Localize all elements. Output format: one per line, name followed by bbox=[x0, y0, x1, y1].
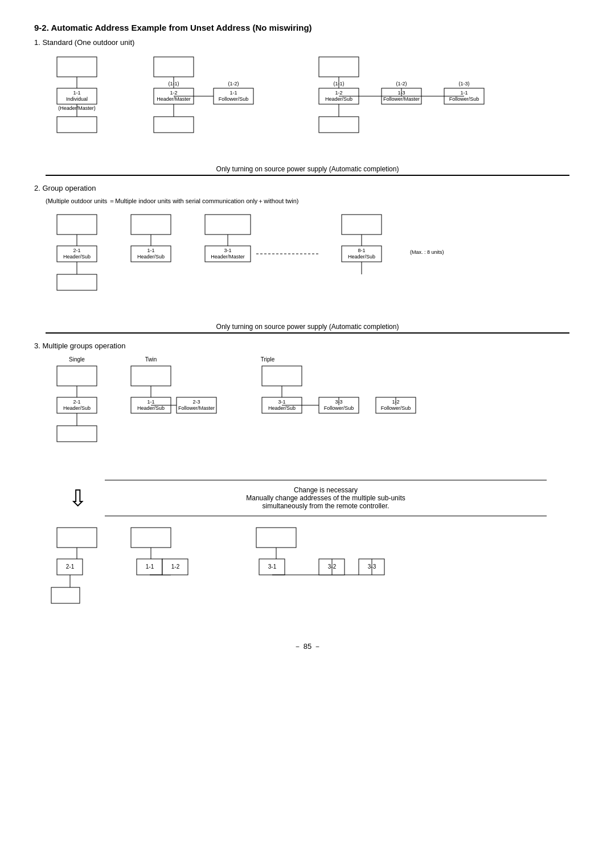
svg-text:1-2: 1-2 bbox=[335, 90, 342, 96]
svg-text:(1-2): (1-2) bbox=[228, 81, 239, 87]
svg-text:1-1: 1-1 bbox=[146, 563, 154, 570]
svg-text:8-1: 8-1 bbox=[358, 248, 365, 253]
page-number: － 85 － bbox=[34, 641, 581, 652]
svg-rect-20 bbox=[154, 117, 194, 133]
svg-text:Follower/Sub: Follower/Sub bbox=[219, 96, 249, 102]
svg-rect-38 bbox=[319, 117, 359, 133]
svg-rect-0 bbox=[57, 57, 97, 77]
svg-text:1-1: 1-1 bbox=[147, 399, 154, 405]
change-text3: simultaneously from the remote controlle… bbox=[116, 502, 535, 510]
svg-rect-73 bbox=[57, 426, 97, 442]
svg-rect-8 bbox=[154, 57, 194, 77]
svg-text:Twin: Twin bbox=[145, 356, 157, 363]
svg-text:(1-2): (1-2) bbox=[396, 81, 407, 87]
svg-rect-45 bbox=[57, 274, 97, 290]
svg-text:Header/Sub: Header/Sub bbox=[63, 405, 91, 411]
svg-rect-97 bbox=[57, 528, 97, 548]
svg-text:2-1: 2-1 bbox=[66, 563, 75, 570]
svg-rect-21 bbox=[319, 57, 359, 77]
section2-title: 2. Group operation bbox=[34, 184, 581, 192]
completion-text-2: Only turning on source power supply (Aut… bbox=[46, 323, 569, 334]
svg-text:Header/Sub: Header/Sub bbox=[348, 254, 375, 260]
svg-text:3-1: 3-1 bbox=[224, 248, 231, 253]
svg-text:(1-1): (1-1) bbox=[333, 81, 344, 87]
page-title: 9-2. Automatic Address Example from Unse… bbox=[34, 23, 581, 32]
svg-text:(1-3): (1-3) bbox=[458, 81, 469, 87]
svg-rect-46 bbox=[131, 215, 171, 235]
svg-rect-57 bbox=[342, 215, 382, 235]
svg-text:Header/Master: Header/Master bbox=[157, 96, 191, 102]
svg-rect-102 bbox=[51, 587, 80, 603]
svg-text:Follower/Master: Follower/Master bbox=[178, 405, 215, 411]
svg-rect-51 bbox=[205, 215, 251, 235]
svg-rect-39 bbox=[57, 215, 97, 235]
svg-rect-111 bbox=[256, 528, 296, 548]
change-text1: Change is necessary bbox=[116, 486, 535, 494]
section2-note: (Multiple outdoor units ＝Multiple indoor… bbox=[46, 197, 581, 205]
svg-text:1-1: 1-1 bbox=[147, 248, 154, 253]
svg-text:Header/Sub: Header/Sub bbox=[137, 254, 165, 260]
svg-text:3-1: 3-1 bbox=[268, 563, 277, 570]
completion-text-1: Only turning on source power supply (Aut… bbox=[46, 165, 569, 176]
svg-text:1-1: 1-1 bbox=[460, 90, 468, 96]
diagram2: 2-1 Header/Sub 1-1 Header/Sub 3-1 Header… bbox=[40, 209, 575, 311]
svg-rect-7 bbox=[57, 117, 97, 133]
svg-text:(1-1): (1-1) bbox=[168, 81, 179, 87]
diagram1: 1-1 Individual (Header/Master) (1-1) 1-2… bbox=[40, 51, 575, 154]
svg-text:Triple: Triple bbox=[261, 356, 275, 363]
diagram4: 2-1 1-1 1-2 3-1 3-2 3-3 bbox=[40, 522, 575, 624]
section1-title: 1. Standard (One outdoor unit) bbox=[34, 38, 581, 47]
change-text2: Manually change addresses of the multipl… bbox=[116, 494, 535, 502]
svg-text:1-1: 1-1 bbox=[73, 90, 80, 96]
svg-text:2-3: 2-3 bbox=[192, 399, 200, 405]
svg-text:2-1: 2-1 bbox=[73, 399, 80, 405]
svg-text:(Max. : 8 units): (Max. : 8 units) bbox=[410, 249, 444, 255]
svg-rect-67 bbox=[57, 366, 97, 386]
svg-text:Individual: Individual bbox=[66, 96, 88, 102]
svg-rect-74 bbox=[131, 366, 171, 386]
diagram3: Single Twin Triple 2-1 Header/Sub 1-1 He… bbox=[40, 355, 575, 480]
svg-text:1-2: 1-2 bbox=[170, 90, 177, 96]
svg-text:Follower/Sub: Follower/Sub bbox=[381, 405, 411, 411]
svg-rect-103 bbox=[131, 528, 171, 548]
svg-text:Header/Sub: Header/Sub bbox=[268, 405, 296, 411]
svg-text:Header/Sub: Header/Sub bbox=[137, 405, 165, 411]
section3-title: 3. Multiple groups operation bbox=[34, 342, 581, 350]
svg-text:Header/Master: Header/Master bbox=[211, 254, 245, 260]
svg-text:1-2: 1-2 bbox=[171, 563, 180, 570]
svg-text:Header/Sub: Header/Sub bbox=[63, 254, 91, 260]
svg-text:1-1: 1-1 bbox=[229, 90, 237, 96]
svg-text:Header/Sub: Header/Sub bbox=[325, 96, 352, 102]
svg-text:Follower/Master: Follower/Master bbox=[383, 96, 420, 102]
svg-text:3-1: 3-1 bbox=[278, 399, 285, 405]
svg-rect-83 bbox=[262, 366, 302, 386]
svg-text:Follower/Sub: Follower/Sub bbox=[324, 405, 354, 411]
svg-text:2-1: 2-1 bbox=[73, 248, 80, 253]
arrow-down-icon: ⇩ bbox=[68, 487, 88, 509]
svg-text:Follower/Sub: Follower/Sub bbox=[449, 96, 479, 102]
svg-text:Single: Single bbox=[69, 356, 85, 363]
